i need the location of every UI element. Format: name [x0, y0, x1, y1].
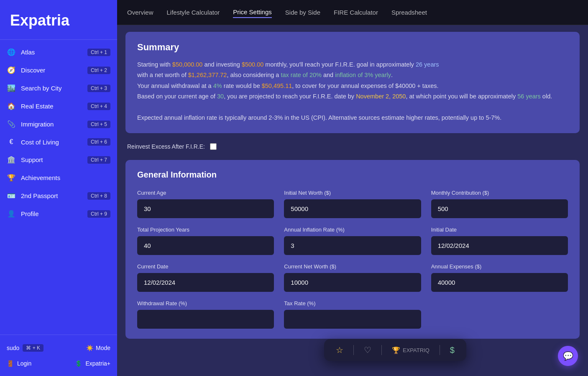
nav-fire-calculator[interactable]: FIRE Calculator — [334, 7, 378, 18]
initial-net-worth-input[interactable] — [284, 199, 421, 218]
sidebar-item-label: Immigration — [21, 121, 54, 128]
withdrawal-rate-highlight: 4% — [213, 82, 222, 89]
passport-shortcut: Ctrl + 8 — [87, 192, 110, 200]
net-worth-highlight: $1,262,377.72 — [188, 72, 227, 78]
nav-side-by-side[interactable]: Side by Side — [285, 7, 320, 18]
login-button[interactable]: 🚪 Login — [7, 360, 31, 367]
text-based: Based on your current age of — [137, 93, 217, 100]
popup-brand: 🏆 EXPATRIQ — [392, 346, 429, 354]
annual-expenses-label: Annual Expenses ($) — [431, 263, 568, 270]
initial-date-label: Initial Date — [431, 227, 568, 233]
chat-icon: 💬 — [563, 351, 573, 361]
text-annual-withdrawal: Your annual withdrawal at a — [137, 82, 213, 89]
expatria-plus-button[interactable]: 💲 Expatria+ — [75, 360, 110, 367]
immigration-icon: 📎 — [7, 120, 16, 128]
annual-inflation-rate-input[interactable] — [284, 236, 421, 255]
sidebar-item-support[interactable]: 🏛️ Support Ctrl + 7 — [0, 151, 117, 169]
field-withdrawal-rate: Withdrawal Rate (%) — [137, 300, 274, 329]
text-starting: Starting with — [137, 61, 172, 68]
text-monthly: monthly, you'll reach your F.I.R.E. goal… — [263, 61, 416, 68]
current-date-label: Current Date — [137, 263, 274, 270]
atlas-shortcut: Ctrl + 1 — [87, 49, 110, 56]
current-age-label: Current Age — [137, 190, 274, 196]
text-and: and — [322, 72, 335, 78]
reinvest-checkbox[interactable] — [210, 143, 217, 150]
discover-shortcut: Ctrl + 2 — [87, 67, 110, 74]
sidebar-item-label: Real Estate — [21, 103, 54, 110]
nav-spreadsheet[interactable]: Spreadsheet — [391, 7, 427, 18]
popup-dollar-icon[interactable]: $ — [450, 345, 455, 355]
tax-rate-input[interactable] — [284, 310, 421, 329]
field-tax-rate: Tax Rate (%) — [284, 300, 421, 329]
sidebar-item-cost-of-living[interactable]: € Cost of Living Ctrl + 6 — [0, 133, 117, 151]
text-rate-would-be: rate would be — [222, 82, 262, 89]
cost-icon: € — [7, 138, 16, 146]
current-date-input[interactable] — [137, 273, 274, 292]
annual-expenses-input[interactable] — [431, 273, 568, 292]
immigration-shortcut: Ctrl + 5 — [87, 121, 110, 128]
sidebar: Expatria 🌐 Atlas Ctrl + 1 🧭 Discover Ctr… — [0, 0, 117, 376]
expatria-plus-label: Expatria+ — [85, 360, 110, 367]
current-age-highlight: 30 — [217, 93, 224, 100]
initial-date-input[interactable] — [431, 236, 568, 255]
field-initial-net-worth: Initial Net Worth ($) — [284, 190, 421, 218]
sidebar-item-atlas[interactable]: 🌐 Atlas Ctrl + 1 — [0, 43, 117, 61]
sidebar-item-label: Support — [21, 156, 43, 163]
fire-date-highlight: November 2, 2050 — [356, 93, 406, 100]
sidebar-item-profile[interactable]: 👤 Profile Ctrl + 9 — [0, 205, 117, 223]
monthly-contribution-input[interactable] — [431, 199, 568, 218]
initial-net-worth-label: Initial Net Worth ($) — [284, 190, 421, 196]
annual-withdrawal-highlight: $50,495.11 — [262, 82, 292, 89]
profile-icon: 👤 — [7, 210, 16, 218]
monthly-contribution-label: Monthly Contribution ($) — [431, 190, 568, 196]
login-label: Login — [17, 360, 31, 367]
reinvest-row: Reinvest Excess After F.I.R.E: — [125, 140, 580, 153]
content-area: Summary Starting with $50,000.00 and inv… — [117, 25, 588, 376]
sidebar-item-immigration[interactable]: 📎 Immigration Ctrl + 5 — [0, 115, 117, 133]
sudo-button[interactable]: sudo ⌘ + K — [7, 344, 43, 352]
field-monthly-contribution: Monthly Contribution ($) — [431, 190, 568, 218]
sidebar-item-2nd-passport[interactable]: 🪪 2nd Passport Ctrl + 8 — [0, 187, 117, 205]
sidebar-item-label: Atlas — [21, 49, 35, 56]
sidebar-logo: Expatria — [0, 0, 117, 40]
nav-price-settings[interactable]: Price Settings — [233, 7, 272, 18]
mode-toggle[interactable]: ☀️ Mode — [86, 345, 110, 351]
field-total-projection-years: Total Projection Years — [137, 227, 274, 255]
text-at-which: , at which point you will be approximate… — [406, 93, 517, 100]
sidebar-item-label: Achievements — [21, 174, 60, 181]
text-and-investing: and investing — [202, 61, 242, 68]
inflation-note: Expected annual inflation rate is typica… — [137, 114, 501, 121]
sidebar-item-achievements[interactable]: 🏆 Achievements — [0, 169, 117, 187]
sidebar-item-discover[interactable]: 🧭 Discover Ctrl + 2 — [0, 61, 117, 79]
age-at-fire-highlight: 56 years — [517, 93, 541, 100]
sidebar-item-real-estate[interactable]: 🏠 Real Estate Ctrl + 4 — [0, 97, 117, 115]
sidebar-item-search-by-city[interactable]: 🏙️ Search by City Ctrl + 3 — [0, 79, 117, 97]
reinvest-label: Reinvest Excess After F.I.R.E: — [127, 143, 205, 150]
chat-button[interactable]: 💬 — [558, 346, 578, 366]
nav-overview[interactable]: Overview — [127, 7, 153, 18]
tax-rate-label: Tax Rate (%) — [284, 300, 421, 306]
main: Overview Lifestyle Calculator Price Sett… — [117, 0, 588, 376]
total-projection-years-input[interactable] — [137, 236, 274, 255]
star-icon[interactable]: ☆ — [336, 345, 343, 355]
nav-lifestyle-calculator[interactable]: Lifestyle Calculator — [167, 7, 220, 18]
sidebar-item-label: Cost of Living — [21, 139, 59, 146]
initial-investment-highlight: $50,000.00 — [172, 61, 203, 68]
achievements-icon: 🏆 — [7, 174, 16, 182]
monthly-contribution-highlight: $500.00 — [242, 61, 263, 68]
annual-inflation-rate-label: Annual Inflation Rate (%) — [284, 227, 421, 233]
heart-icon[interactable]: ♡ — [364, 345, 371, 355]
popup-brand-text: EXPATRIQ — [403, 347, 429, 353]
text-projected: , you are projected to reach your F.I.R.… — [224, 93, 356, 100]
current-net-worth-input[interactable] — [284, 273, 421, 292]
brand-trophy-icon: 🏆 — [392, 346, 400, 354]
withdrawal-rate-input[interactable] — [137, 310, 274, 329]
popup-divider-1 — [353, 345, 354, 355]
mode-label: Mode — [96, 345, 110, 351]
current-net-worth-label: Current Net Worth ($) — [284, 263, 421, 270]
inflation-highlight: inflation of 3% yearly — [335, 72, 391, 78]
text-considering: , also considering a — [227, 72, 281, 78]
sudo-shortcut: ⌘ + K — [23, 344, 43, 352]
current-age-input[interactable] — [137, 199, 274, 218]
city-icon: 🏙️ — [7, 84, 16, 92]
